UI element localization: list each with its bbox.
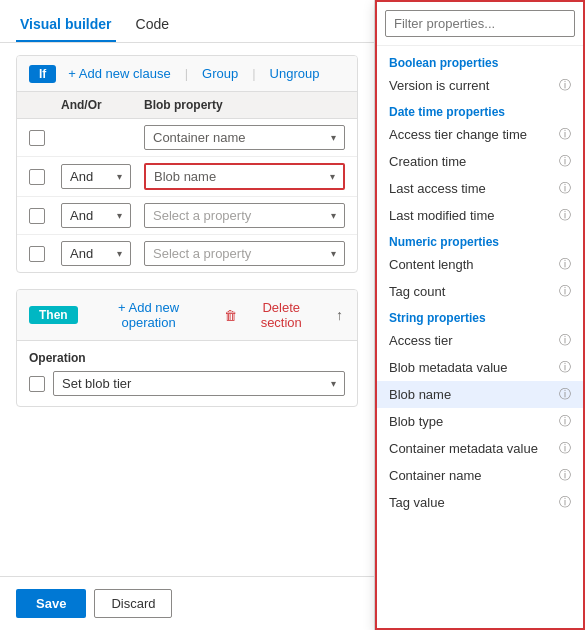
list-item[interactable]: Access tier change time ⓘ xyxy=(377,121,583,148)
list-item[interactable]: Access tier ⓘ xyxy=(377,327,583,354)
if-section: If + Add new clause | Group | Ungroup An… xyxy=(16,55,358,273)
list-item[interactable]: Container name ⓘ xyxy=(377,462,583,489)
row-3-checkbox[interactable] xyxy=(29,208,45,224)
separator-2: | xyxy=(252,66,255,81)
string-properties-category: String properties xyxy=(377,305,583,327)
if-table-header: And/Or Blob property xyxy=(17,92,357,119)
row-2-checkbox[interactable] xyxy=(29,169,45,185)
info-icon[interactable]: ⓘ xyxy=(559,386,571,403)
properties-dropdown-panel: Boolean properties Version is current ⓘ … xyxy=(375,0,585,630)
if-badge: If xyxy=(29,65,56,83)
row-2-andor-dropdown[interactable]: And ▾ xyxy=(61,164,131,189)
chevron-down-icon: ▾ xyxy=(331,378,336,389)
then-section: Then + Add new operation 🗑 Delete sectio… xyxy=(16,289,358,407)
properties-list: Boolean properties Version is current ⓘ … xyxy=(377,46,583,628)
info-icon[interactable]: ⓘ xyxy=(559,332,571,349)
numeric-properties-category: Numeric properties xyxy=(377,229,583,251)
filter-input-wrap xyxy=(377,2,583,46)
operation-column-header: Operation xyxy=(29,351,345,365)
chevron-down-icon: ▾ xyxy=(331,248,336,259)
table-row: Container name ▾ xyxy=(17,119,357,157)
info-icon[interactable]: ⓘ xyxy=(559,207,571,224)
if-section-header: If + Add new clause | Group | Ungroup xyxy=(17,56,357,92)
main-content: If + Add new clause | Group | Ungroup An… xyxy=(0,43,374,576)
group-button[interactable]: Group xyxy=(198,64,242,83)
operation-row: Set blob tier ▾ xyxy=(29,371,345,396)
delete-section-button[interactable]: 🗑 Delete section xyxy=(220,298,327,332)
list-item[interactable]: Blob metadata value ⓘ xyxy=(377,354,583,381)
operation-area: Operation Set blob tier ▾ xyxy=(17,341,357,406)
row-4-andor-dropdown[interactable]: And ▾ xyxy=(61,241,131,266)
info-icon[interactable]: ⓘ xyxy=(559,359,571,376)
blob-name-list-item[interactable]: Blob name ⓘ xyxy=(377,381,583,408)
list-item[interactable]: Version is current ⓘ xyxy=(377,72,583,99)
separator-1: | xyxy=(185,66,188,81)
info-icon[interactable]: ⓘ xyxy=(559,283,571,300)
list-item[interactable]: Creation time ⓘ xyxy=(377,148,583,175)
tab-bar: Visual builder Code xyxy=(0,0,374,43)
table-row: And ▾ Select a property ▾ xyxy=(17,197,357,235)
row-2-property-dropdown[interactable]: Blob name ▾ xyxy=(144,163,345,190)
info-icon[interactable]: ⓘ xyxy=(559,77,571,94)
info-icon[interactable]: ⓘ xyxy=(559,126,571,143)
list-item[interactable]: Content length ⓘ xyxy=(377,251,583,278)
move-up-button[interactable]: ↑ xyxy=(334,305,345,325)
blob-property-column-header: Blob property xyxy=(144,98,345,112)
boolean-properties-category: Boolean properties xyxy=(377,50,583,72)
list-item[interactable]: Last access time ⓘ xyxy=(377,175,583,202)
save-button[interactable]: Save xyxy=(16,589,86,618)
list-item[interactable]: Tag value ⓘ xyxy=(377,489,583,516)
list-item[interactable]: Tag count ⓘ xyxy=(377,278,583,305)
footer: Save Discard xyxy=(0,576,374,630)
then-badge: Then xyxy=(29,306,78,324)
chevron-down-icon: ▾ xyxy=(331,210,336,221)
tab-code[interactable]: Code xyxy=(132,8,173,42)
chevron-down-icon: ▾ xyxy=(331,132,336,143)
and-or-column-header: And/Or xyxy=(61,98,136,112)
trash-icon: 🗑 xyxy=(224,308,237,323)
row-3-property-dropdown[interactable]: Select a property ▾ xyxy=(144,203,345,228)
datetime-properties-category: Date time properties xyxy=(377,99,583,121)
table-row: And ▾ Blob name ▾ xyxy=(17,157,357,197)
add-clause-button[interactable]: + Add new clause xyxy=(64,64,174,83)
info-icon[interactable]: ⓘ xyxy=(559,494,571,511)
operation-checkbox[interactable] xyxy=(29,376,45,392)
operation-dropdown[interactable]: Set blob tier ▾ xyxy=(53,371,345,396)
table-row: And ▾ Select a property ▾ xyxy=(17,235,357,272)
chevron-down-icon: ▾ xyxy=(330,171,335,182)
ungroup-button[interactable]: Ungroup xyxy=(266,64,324,83)
discard-button[interactable]: Discard xyxy=(94,589,172,618)
info-icon[interactable]: ⓘ xyxy=(559,153,571,170)
info-icon[interactable]: ⓘ xyxy=(559,180,571,197)
row-4-checkbox[interactable] xyxy=(29,246,45,262)
list-item[interactable]: Blob type ⓘ xyxy=(377,408,583,435)
info-icon[interactable]: ⓘ xyxy=(559,413,571,430)
row-3-andor-dropdown[interactable]: And ▾ xyxy=(61,203,131,228)
row-4-property-dropdown[interactable]: Select a property ▾ xyxy=(144,241,345,266)
list-item[interactable]: Container metadata value ⓘ xyxy=(377,435,583,462)
info-icon[interactable]: ⓘ xyxy=(559,467,571,484)
row-1-checkbox[interactable] xyxy=(29,130,45,146)
chevron-down-icon: ▾ xyxy=(117,171,122,182)
chevron-down-icon: ▾ xyxy=(117,248,122,259)
info-icon[interactable]: ⓘ xyxy=(559,440,571,457)
tab-visual-builder[interactable]: Visual builder xyxy=(16,8,116,42)
filter-properties-input[interactable] xyxy=(385,10,575,37)
chevron-down-icon: ▾ xyxy=(117,210,122,221)
list-item[interactable]: Last modified time ⓘ xyxy=(377,202,583,229)
add-operation-button[interactable]: + Add new operation xyxy=(86,298,212,332)
info-icon[interactable]: ⓘ xyxy=(559,256,571,273)
row-1-property-dropdown[interactable]: Container name ▾ xyxy=(144,125,345,150)
then-section-header: Then + Add new operation 🗑 Delete sectio… xyxy=(17,290,357,341)
